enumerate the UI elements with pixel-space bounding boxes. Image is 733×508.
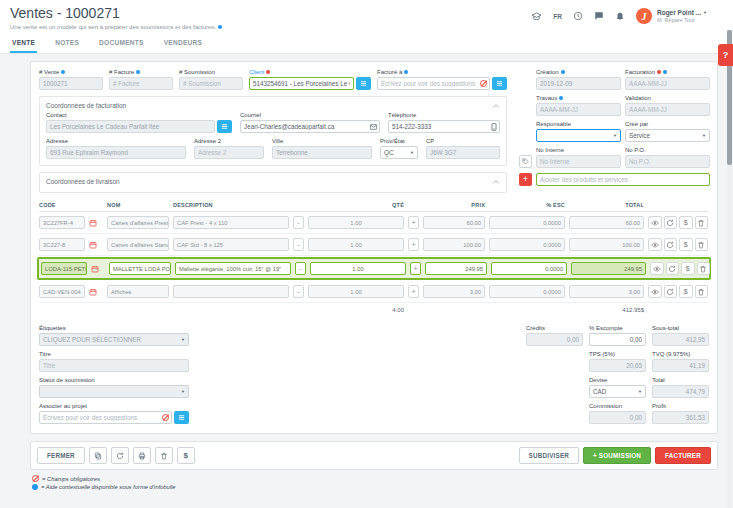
responsable-select[interactable]: ▼	[536, 129, 621, 142]
projet-list-button[interactable]	[174, 411, 189, 424]
refresh-button[interactable]	[664, 238, 678, 251]
facture-a-field[interactable]	[377, 77, 490, 90]
refresh-icon	[116, 452, 124, 460]
view-button[interactable]	[648, 285, 662, 298]
qty-plus-button[interactable]: +	[408, 285, 419, 298]
row-description[interactable]	[173, 285, 289, 298]
row-nom[interactable]: Affiches	[107, 285, 169, 298]
row-code[interactable]: 3C227-8	[39, 238, 85, 251]
row-description[interactable]: Mallette élégante, 100% cuir, 15" @ 19"	[175, 262, 291, 275]
envelope-icon[interactable]	[370, 124, 377, 130]
price-button[interactable]: $	[679, 216, 693, 229]
price-button[interactable]: $	[681, 262, 695, 275]
price-button[interactable]: $	[679, 285, 693, 298]
collapse-chevron-up-icon[interactable]	[492, 103, 500, 109]
row-esc[interactable]: 0.0000	[489, 285, 565, 298]
row-prix[interactable]: 60.00	[423, 216, 485, 229]
view-button[interactable]	[648, 238, 662, 251]
help-tab[interactable]: ?	[718, 44, 733, 66]
prov-select[interactable]: QC▼	[380, 146, 418, 159]
row-qty[interactable]: 1.00	[308, 238, 404, 251]
collapse-chevron-up-icon[interactable]	[492, 179, 500, 185]
print-button[interactable]	[133, 447, 151, 464]
row-nom[interactable]: Cartes d'affaires Prestige - 4 paq	[107, 216, 169, 229]
list-icon	[496, 80, 503, 87]
price-button[interactable]: $	[679, 238, 693, 251]
row-description[interactable]: CAF Std - 8 x 125	[173, 238, 289, 251]
tab-documents[interactable]: DOCUMENTS	[97, 32, 146, 53]
phone-icon[interactable]	[491, 123, 497, 131]
qty-minus-button[interactable]: -	[293, 238, 304, 251]
delete-row-button[interactable]	[695, 216, 709, 229]
calendar-icon[interactable]	[89, 288, 103, 296]
row-nom[interactable]: Cartes d'affaires Standard - 8 paq	[107, 238, 169, 251]
row-code[interactable]: CAD-VEN-004	[39, 285, 85, 298]
calendar-icon[interactable]	[89, 241, 103, 249]
qty-minus-button[interactable]: -	[293, 285, 304, 298]
qty-plus-button[interactable]: +	[408, 238, 419, 251]
tag-button[interactable]	[519, 155, 532, 168]
cree-par-select[interactable]: Service▼	[625, 129, 710, 142]
soumission-button[interactable]: + SOUMISSION	[583, 447, 651, 464]
academy-icon[interactable]	[531, 12, 542, 21]
associer-projet-field[interactable]	[39, 411, 172, 424]
facturer-button[interactable]: FACTURER	[655, 447, 711, 464]
tab-vente[interactable]: VENTE	[10, 32, 37, 53]
row-esc[interactable]: 0.0000	[489, 238, 565, 251]
row-description[interactable]: CAF Prest - 4 x 110	[173, 216, 289, 229]
refresh-button[interactable]	[664, 285, 678, 298]
history-clock-icon[interactable]	[573, 11, 583, 21]
delete-row-button[interactable]	[697, 262, 711, 275]
delete-row-button[interactable]	[695, 238, 709, 251]
price-button[interactable]: $	[177, 447, 195, 464]
client-list-button[interactable]	[356, 77, 371, 90]
language-selector[interactable]: FR	[553, 13, 562, 20]
calendar-icon[interactable]	[91, 265, 105, 273]
telephone-field[interactable]	[388, 120, 500, 133]
row-prix[interactable]: 249.95	[425, 262, 487, 275]
delete-row-button[interactable]	[695, 285, 709, 298]
user-menu[interactable]: J Roger Point ...▼ M. Répare Tout	[636, 8, 707, 24]
add-product-field[interactable]	[536, 173, 710, 186]
row-esc[interactable]: 0.0000	[489, 216, 565, 229]
row-code[interactable]: 3C227FR-4	[39, 216, 85, 229]
refresh-button[interactable]	[111, 447, 129, 464]
row-nom[interactable]: MALLETTE LODA POUR ORDINAT	[109, 262, 171, 275]
devise-select[interactable]: CAD▼	[589, 385, 646, 398]
delete-button[interactable]	[155, 447, 173, 464]
row-qty[interactable]: 1.00	[308, 216, 404, 229]
etiquettes-select[interactable]: CLIQUEZ POUR SÉLECTIONNER▼	[39, 333, 189, 346]
view-button[interactable]	[650, 262, 664, 275]
copy-button[interactable]	[89, 447, 107, 464]
row-prix[interactable]: 3.00	[423, 285, 485, 298]
refresh-button[interactable]	[664, 216, 678, 229]
row-esc[interactable]: 0.0000	[491, 262, 567, 275]
view-button[interactable]	[648, 216, 662, 229]
num-facture-label: # Facture	[109, 69, 134, 75]
client-field[interactable]	[249, 77, 354, 90]
refresh-button[interactable]	[666, 262, 680, 275]
chat-icon[interactable]	[594, 11, 604, 21]
row-qty[interactable]: 1.00	[310, 262, 406, 275]
row-prix[interactable]: 100.00	[423, 238, 485, 251]
qty-plus-button[interactable]: +	[410, 262, 421, 275]
tab-notes[interactable]: NOTES	[53, 32, 81, 53]
dollar-icon: $	[684, 219, 688, 226]
qty-minus-button[interactable]: -	[295, 262, 306, 275]
row-qty[interactable]: 1.00	[308, 285, 404, 298]
col-nom: NOM	[107, 202, 169, 208]
qty-minus-button[interactable]: -	[293, 216, 304, 229]
calendar-icon[interactable]	[89, 219, 103, 227]
contact-list-button[interactable]	[217, 120, 232, 133]
tab-vendeurs[interactable]: VENDEURS	[162, 32, 205, 53]
add-product-button[interactable]: +	[519, 173, 532, 186]
row-code[interactable]: LODA-115-PETROLGREEN	[41, 262, 87, 275]
subdiviser-button[interactable]: SUBDIVISER	[519, 447, 580, 464]
escompte-field[interactable]	[589, 333, 646, 346]
notifications-bell-icon[interactable]	[615, 11, 625, 21]
qty-plus-button[interactable]: +	[408, 216, 419, 229]
facture-a-list-button[interactable]	[492, 77, 507, 90]
fermer-button[interactable]: FERMER	[37, 447, 85, 464]
statut-soumission-select[interactable]: ▼	[39, 385, 189, 398]
courriel-field[interactable]	[240, 120, 380, 133]
